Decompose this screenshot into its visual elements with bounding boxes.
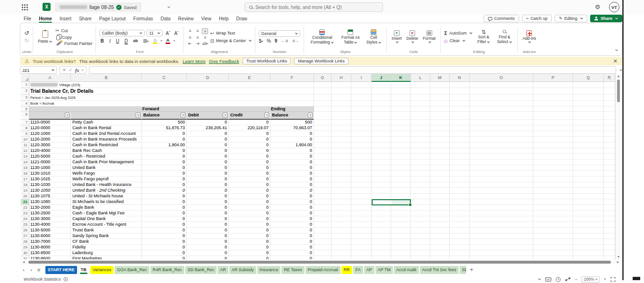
cell[interactable] [351, 112, 372, 120]
cell[interactable] [391, 239, 411, 245]
cell[interactable]: 1130-1025 [29, 177, 71, 182]
cell[interactable] [533, 101, 573, 106]
clear-button[interactable]: ◇Clear [444, 38, 472, 44]
cell[interactable] [411, 125, 430, 131]
font-color-button[interactable]: A [165, 38, 170, 44]
cell[interactable]: 0 [270, 233, 314, 239]
cell[interactable] [391, 112, 411, 120]
cell[interactable]: Petty Cash [71, 120, 142, 125]
format-painter-button[interactable]: Format Painter [55, 41, 93, 46]
cell[interactable]: 1110-0000 [29, 120, 71, 125]
sheet-tab-prepaid-accrual[interactable]: Prepaid-Accrual [305, 266, 340, 274]
cell[interactable] [331, 82, 351, 88]
cell[interactable] [604, 171, 615, 177]
row-header-26[interactable]: 26 [21, 228, 29, 233]
cell[interactable] [314, 148, 331, 154]
menu-tab-page-layout[interactable]: Page Layout [96, 16, 130, 22]
cell[interactable]: Period = Jan 2025-Aug 2025 [29, 95, 314, 101]
cell[interactable] [430, 245, 450, 250]
cell[interactable] [391, 125, 411, 131]
cell[interactable] [573, 233, 604, 239]
cell[interactable] [391, 233, 411, 239]
cell[interactable] [351, 137, 372, 142]
cell[interactable] [411, 137, 430, 142]
cell[interactable] [470, 194, 533, 199]
column-header-G[interactable]: G [314, 74, 331, 82]
cell[interactable]: United Bank - 2nd Checking [71, 188, 142, 194]
cell[interactable] [430, 188, 450, 194]
cell[interactable] [430, 101, 450, 106]
cell[interactable] [331, 211, 351, 216]
cell[interactable] [470, 205, 533, 211]
cell[interactable] [372, 165, 391, 171]
copy-button[interactable]: Copy [55, 35, 93, 40]
cell[interactable]: 0 [270, 222, 314, 228]
cell[interactable] [430, 148, 450, 154]
cell[interactable] [372, 171, 391, 177]
cell[interactable] [331, 216, 351, 222]
cell[interactable] [411, 245, 430, 250]
cell[interactable] [573, 194, 604, 199]
cell[interactable]: 500 [142, 120, 187, 125]
cell[interactable] [391, 256, 411, 259]
cell[interactable] [450, 228, 470, 233]
cell[interactable] [391, 120, 411, 125]
cell[interactable]: 0 [229, 159, 270, 165]
cell[interactable] [604, 142, 615, 148]
zoom-out-icon[interactable]: − [575, 277, 577, 282]
align-left-button[interactable]: ≡ [187, 35, 193, 40]
cell[interactable] [470, 88, 533, 95]
cell[interactable] [331, 154, 351, 159]
cell[interactable]: 0 [229, 137, 270, 142]
confirm-entry-icon[interactable]: ✓ [69, 68, 73, 72]
cell[interactable] [533, 159, 573, 165]
column-header-L[interactable]: L [411, 74, 430, 82]
menu-tab-data[interactable]: Data [157, 16, 174, 22]
cell[interactable]: 0 [270, 256, 314, 259]
cell[interactable] [533, 233, 573, 239]
cell[interactable] [470, 159, 533, 165]
cell[interactable] [372, 112, 391, 120]
cell[interactable] [331, 142, 351, 148]
cell[interactable] [533, 82, 573, 88]
cell[interactable] [450, 233, 470, 239]
cell[interactable]: Wells Fargo [71, 171, 142, 177]
row-header-11[interactable]: 11 [21, 142, 29, 148]
cell[interactable]: 1130-1050 [29, 188, 71, 194]
cell[interactable]: 0 [229, 256, 270, 259]
cell[interactable]: 0 [270, 165, 314, 171]
cell[interactable] [573, 239, 604, 245]
cell[interactable]: ForwardEnding [29, 106, 314, 112]
cell[interactable] [411, 148, 430, 154]
cell[interactable]: 0 [142, 159, 187, 165]
cell[interactable]: 0 [229, 177, 270, 182]
cell[interactable]: 0 [187, 194, 229, 199]
cell[interactable] [470, 82, 533, 88]
cell[interactable]: 0 [270, 250, 314, 256]
filter-dropdown-button[interactable] [308, 113, 313, 117]
cell[interactable] [573, 95, 604, 101]
cell[interactable] [411, 159, 430, 165]
cell[interactable]: 0 [187, 228, 229, 233]
align-right-button[interactable]: ≡ [202, 35, 208, 40]
cell[interactable] [533, 239, 573, 245]
cell[interactable] [533, 222, 573, 228]
cell[interactable]: 0 [270, 199, 314, 205]
cell[interactable] [604, 216, 615, 222]
cell[interactable] [430, 131, 450, 137]
cell[interactable] [450, 159, 470, 165]
cell[interactable]: 0 [142, 154, 187, 159]
cell[interactable]: 0 [142, 256, 187, 259]
cell[interactable] [314, 125, 331, 131]
cell[interactable] [411, 171, 430, 177]
sheet-tab-fa[interactable]: FA [353, 266, 363, 274]
cell[interactable]: Trial Balance Cr, Dr Details [29, 88, 314, 95]
cell[interactable] [470, 228, 533, 233]
cell[interactable]: 0 [229, 165, 270, 171]
vertical-scroll-thumb[interactable] [617, 80, 620, 102]
cell[interactable]: 0 [142, 233, 187, 239]
cell[interactable] [351, 211, 372, 216]
select-all-button[interactable] [21, 74, 29, 82]
cell[interactable]: Truist Bank [71, 228, 142, 233]
cell[interactable] [533, 131, 573, 137]
